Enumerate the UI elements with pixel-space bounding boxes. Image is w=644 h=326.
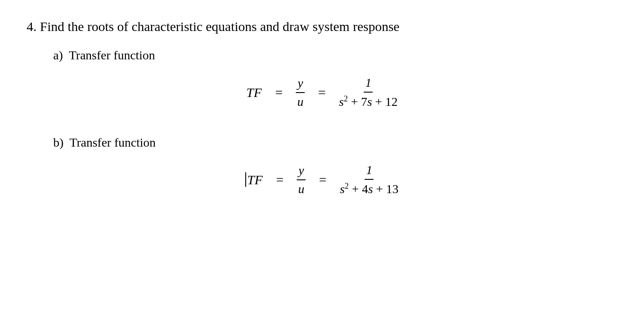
section-a-frac2-num: 1 bbox=[364, 76, 373, 93]
section-b-frac1-num: y bbox=[297, 163, 306, 180]
section-a-label-text: a) Transfer function bbox=[53, 48, 155, 62]
section-a-frac2-den: s2 + 7s + 12 bbox=[339, 93, 397, 109]
section-a-eq1: = bbox=[275, 85, 283, 100]
section-a-equation: TF = y u = 1 s2 + 7s + 12 bbox=[115, 76, 529, 109]
section-b-equation: TF = y u = 1 s2 + 4s + 13 bbox=[115, 163, 529, 196]
section-b-fraction1: y u bbox=[297, 163, 306, 196]
section-b-frac2-den: s2 + 4s + 13 bbox=[340, 180, 398, 196]
section-a-fraction2: 1 s2 + 7s + 12 bbox=[339, 76, 397, 109]
section-b-eq1: = bbox=[276, 172, 283, 187]
section-b-frac1-den: u bbox=[298, 180, 304, 196]
title-text: 4. Find the roots of characteristic equa… bbox=[27, 19, 400, 34]
section-b-tf-label: TF bbox=[245, 172, 263, 187]
section-b-fraction2: 1 s2 + 4s + 13 bbox=[340, 163, 398, 196]
section-a-fraction1: y u bbox=[296, 76, 305, 109]
section-a-tf-label: TF bbox=[246, 85, 262, 100]
section-b-label-text: b) Transfer function bbox=[53, 136, 156, 149]
section-a-eq2: = bbox=[318, 85, 326, 100]
section-a-label: a) Transfer function bbox=[53, 48, 617, 62]
section-a-frac1-num: y bbox=[296, 76, 305, 93]
section-b: b) Transfer function TF = y u = 1 s2 + 4… bbox=[27, 136, 617, 196]
problem-title: 4. Find the roots of characteristic equa… bbox=[27, 18, 617, 35]
section-a: a) Transfer function TF = y u = 1 s2 + 7… bbox=[27, 48, 617, 109]
section-a-tf-text: TF bbox=[246, 85, 262, 100]
section-b-label: b) Transfer function bbox=[53, 136, 617, 150]
section-b-frac2-num: 1 bbox=[365, 163, 373, 180]
page: 4. Find the roots of characteristic equa… bbox=[0, 0, 644, 326]
section-b-eq2: = bbox=[319, 172, 326, 187]
section-b-tf-text: TF bbox=[247, 172, 263, 187]
section-a-frac1-den: u bbox=[297, 93, 303, 109]
